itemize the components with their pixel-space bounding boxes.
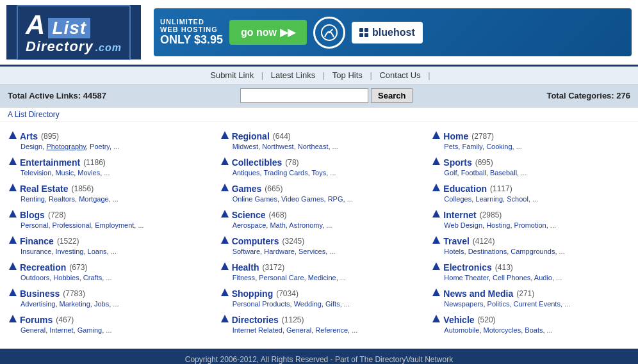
category-name-link[interactable]: Games (232, 184, 262, 194)
subcategory-link[interactable]: Employment (95, 221, 134, 229)
subcategory-link[interactable]: Photography (46, 143, 86, 150)
category-name-link[interactable]: Shopping (232, 289, 274, 299)
subcategory-link[interactable]: Football (461, 169, 486, 177)
category-name-link[interactable]: Education (443, 184, 487, 194)
category-name-link[interactable]: Science (232, 210, 266, 220)
subcategory-link[interactable]: Gaming (78, 326, 102, 334)
category-name-link[interactable]: Sports (443, 157, 471, 168)
subcategory-link[interactable]: Video Games (281, 195, 323, 203)
category-name-link[interactable]: Entertainment (20, 157, 80, 168)
subcategory-link[interactable]: Realtors (49, 195, 75, 203)
subcategory-link[interactable]: Midwest (233, 143, 258, 150)
subcategory-link[interactable]: General (286, 326, 311, 334)
subcategory-link[interactable]: Antiques (233, 169, 260, 177)
category-name-link[interactable]: Computers (232, 236, 279, 246)
subcategory-link[interactable]: Audio (534, 274, 552, 281)
subcategory-link[interactable]: Promotion (514, 221, 546, 229)
subcategory-link[interactable]: Professional (53, 221, 92, 229)
category-name-link[interactable]: Arts (20, 131, 38, 141)
category-name-link[interactable]: Electronics (443, 262, 491, 273)
category-name-link[interactable]: Blogs (20, 210, 45, 220)
subcategory-link[interactable]: Software (233, 248, 260, 255)
subcategory-link[interactable]: Politics (487, 300, 510, 308)
breadcrumb-home-link[interactable]: A List Directory (8, 110, 60, 119)
subcategory-link[interactable]: Destinations (468, 248, 507, 255)
subcategory-link[interactable]: Marketing (60, 300, 90, 308)
subcategory-link[interactable]: Hosting (486, 221, 510, 229)
subcategory-link[interactable]: General (20, 326, 45, 334)
subcategory-link[interactable]: Internet Related (233, 326, 282, 334)
subcategory-link[interactable]: Services (299, 248, 325, 255)
subcategory-link[interactable]: Jobs (94, 300, 109, 308)
category-name-link[interactable]: Directories (232, 315, 279, 325)
subcategory-link[interactable]: Aerospace (233, 221, 266, 229)
subcategory-link[interactable]: Fitness (233, 274, 255, 281)
subcategory-link[interactable]: Northwest (262, 143, 294, 150)
category-name-link[interactable]: Recreation (20, 262, 66, 273)
category-name-link[interactable]: Vehicle (443, 315, 474, 325)
banner-ad[interactable]: UNLIMITED WEB HOSTING ONLY $3.95 go now … (154, 8, 632, 56)
category-name-link[interactable]: Business (20, 289, 60, 299)
subcategory-link[interactable]: Trading Cards (263, 169, 307, 177)
category-name-link[interactable]: Health (232, 262, 259, 273)
subcategory-link[interactable]: Outdoors (20, 274, 49, 281)
nav-top-link[interactable]: Top Hits (332, 70, 363, 80)
subcategory-link[interactable]: Cooking (486, 143, 512, 150)
subcategory-link[interactable]: Design (20, 143, 42, 150)
subcategory-link[interactable]: Pets (444, 143, 458, 150)
subcategory-link[interactable]: Music (55, 169, 74, 177)
category-name-link[interactable]: Collectibles (232, 157, 282, 168)
subcategory-link[interactable]: Newspapers (444, 300, 483, 308)
subcategory-link[interactable]: Hardware (264, 248, 295, 255)
bluehost-logo[interactable]: bluehost (352, 22, 423, 44)
nav-submit-link[interactable]: Submit Link (210, 70, 254, 80)
nav-contact-link[interactable]: Contact Us (379, 70, 420, 80)
subcategory-link[interactable]: Family (462, 143, 482, 150)
subcategory-link[interactable]: Internet (49, 326, 73, 334)
subcategory-link[interactable]: Personal Products (233, 300, 290, 308)
subcategory-link[interactable]: Math (270, 221, 285, 229)
category-name-link[interactable]: Regional (232, 131, 270, 141)
category-name-link[interactable]: Internet (443, 210, 476, 220)
subcategory-link[interactable]: Colleges (444, 195, 471, 203)
search-button[interactable]: Search (371, 88, 413, 103)
category-name-link[interactable]: Forums (20, 315, 53, 325)
subcategory-link[interactable]: School (507, 195, 528, 203)
subcategory-link[interactable]: Reference (315, 326, 348, 334)
subcategory-link[interactable]: Motorcycles (484, 326, 521, 334)
search-input[interactable] (240, 88, 368, 103)
subcategory-link[interactable]: Astronomy (289, 221, 322, 229)
subcategory-link[interactable]: Web Design (444, 221, 482, 229)
subcategory-link[interactable]: Wedding (294, 300, 322, 308)
category-name-link[interactable]: Home (443, 131, 468, 141)
subcategory-link[interactable]: Television (20, 169, 51, 177)
subcategory-link[interactable]: Campgrounds (511, 248, 555, 255)
category-name-link[interactable]: Real Estate (20, 184, 68, 194)
subcategory-link[interactable]: Loans (88, 248, 107, 255)
subcategory-link[interactable]: Current Events (514, 300, 560, 308)
subcategory-link[interactable]: Poetry (90, 143, 110, 150)
subcategory-link[interactable]: Medicine (308, 274, 336, 281)
subcategory-link[interactable]: Baseball (490, 169, 517, 177)
subcategory-link[interactable]: Movies (78, 169, 100, 177)
category-name-link[interactable]: News and Media (443, 289, 513, 299)
subcategory-link[interactable]: Boats (525, 326, 543, 334)
subcategory-link[interactable]: RPG (328, 195, 343, 203)
subcategory-link[interactable]: Hobbies (53, 274, 79, 281)
subcategory-link[interactable]: Home Theater (444, 274, 489, 281)
subcategory-link[interactable]: Online Games (233, 195, 277, 203)
banner-cta-button[interactable]: go now ▶▶ (229, 20, 307, 45)
subcategory-link[interactable]: Hotels (444, 248, 464, 255)
subcategory-link[interactable]: Personal Care (259, 274, 304, 281)
subcategory-link[interactable]: Cell Phones (493, 274, 530, 281)
subcategory-link[interactable]: Personal (20, 221, 48, 229)
site-logo[interactable]: A List Directory .com (6, 5, 141, 59)
subcategory-link[interactable]: Golf (444, 169, 457, 177)
subcategory-link[interactable]: Renting (20, 195, 45, 203)
subcategory-link[interactable]: Investing (55, 248, 83, 255)
subcategory-link[interactable]: Learning (475, 195, 503, 203)
nav-latest-link[interactable]: Latest Links (271, 70, 315, 80)
subcategory-link[interactable]: Insurance (20, 248, 51, 255)
subcategory-link[interactable]: Crafts (83, 274, 102, 281)
subcategory-link[interactable]: Northeast (298, 143, 329, 150)
